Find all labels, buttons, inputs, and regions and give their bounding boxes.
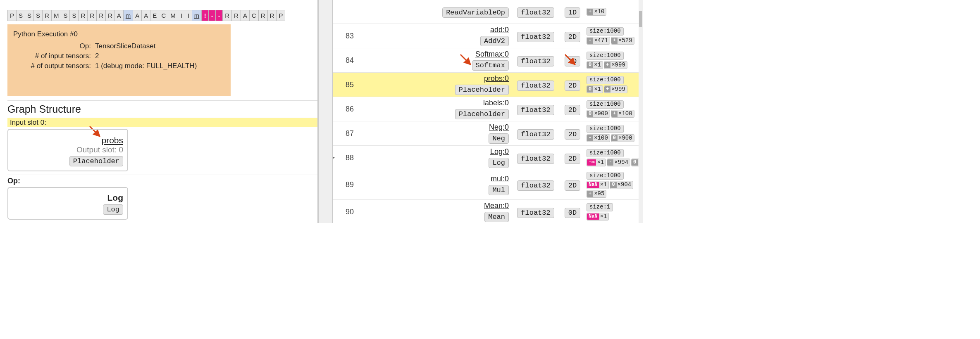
op-type-badge[interactable]: Log (489, 158, 509, 168)
op-type-badge[interactable]: Softmax (472, 60, 509, 71)
panel-divider[interactable] (318, 0, 333, 223)
breadcrumb-item[interactable]: ! (202, 10, 209, 21)
vertical-scrollbar[interactable] (639, 0, 643, 223)
count-chip: +×999 (604, 61, 627, 69)
input-slot-label: Input slot 0: (7, 118, 317, 127)
breadcrumb-item[interactable]: m (192, 10, 202, 21)
left-panel: PSSSRMSSRRRRAmAAECMIIm!--RRACRRP Python … (0, 0, 318, 223)
breadcrumb-item[interactable]: M (52, 10, 62, 21)
row-number: 89 (336, 180, 361, 189)
stats-column: size:1000-×471+×529 (587, 27, 639, 45)
dim-badge: 2D (565, 81, 580, 91)
dim-badge: 2D (565, 56, 580, 66)
count-chip: +×10 (587, 8, 606, 16)
breadcrumb-item[interactable]: M (168, 10, 178, 21)
count-chip: 0×900 (587, 110, 610, 118)
tensor-row[interactable]: 88Log:0Logfloat322Dsize:1000-∞×1-×9940×5 (333, 146, 639, 170)
probs-link[interactable]: probs (12, 135, 123, 145)
breadcrumb-item[interactable]: C (159, 10, 168, 21)
breadcrumb-item[interactable]: I (178, 10, 185, 21)
breadcrumb-item[interactable]: R (79, 10, 88, 21)
op-link[interactable]: Log:0 (362, 147, 509, 156)
count-chip: +×100 (611, 110, 634, 118)
row-number: 87 (336, 129, 361, 138)
breadcrumb-item[interactable]: S (25, 10, 34, 21)
breadcrumb-item[interactable]: R (268, 10, 277, 21)
op-column: Mean:0Mean (362, 202, 511, 222)
breadcrumb-item[interactable]: C (250, 10, 259, 21)
breadcrumb-item[interactable]: E (150, 10, 159, 21)
placeholder-badge[interactable]: Placeholder (69, 156, 123, 166)
op-type-badge[interactable]: Neg (489, 133, 509, 144)
tensor-row[interactable]: 83add:0AddV2float322Dsize:1000-×471+×529 (333, 24, 639, 48)
breadcrumb-item[interactable]: A (133, 10, 142, 21)
breadcrumb-item[interactable]: - (216, 10, 223, 21)
op-name: Log (12, 193, 123, 203)
breadcrumb-item[interactable]: R (43, 10, 52, 21)
input-node-card[interactable]: probs Output slot: 0 Placeholder (7, 129, 128, 171)
op-link[interactable]: Neg:0 (362, 123, 509, 132)
tensor-row[interactable]: 86labels:0Placeholderfloat322Dsize:10000… (333, 97, 639, 121)
graph-structure-heading: Graph Structure (7, 100, 317, 118)
count-chip: -×100 (587, 134, 610, 142)
breadcrumb-item[interactable]: R (223, 10, 232, 21)
breadcrumb-item[interactable]: R (106, 10, 115, 21)
breadcrumb-item[interactable]: S (61, 10, 70, 21)
breadcrumb-item[interactable]: S (34, 10, 43, 21)
row-number: 88 (336, 154, 361, 162)
breadcrumb-item[interactable]: R (97, 10, 106, 21)
breadcrumb-item[interactable]: A (115, 10, 124, 21)
op-link[interactable]: Mean:0 (362, 202, 509, 210)
log-badge[interactable]: Log (103, 204, 123, 215)
tensor-row[interactable]: 85probs:0Placeholderfloat322Dsize:10000×… (333, 73, 639, 97)
breadcrumb-item[interactable]: R (232, 10, 241, 21)
op-column: mul:0Mul (362, 175, 511, 195)
op-link[interactable]: add:0 (362, 26, 509, 34)
op-type-badge[interactable]: ReadVariableOp (442, 7, 509, 18)
output-slot-sub: Output slot: 0 (12, 145, 123, 154)
op-type-badge[interactable]: Mul (489, 185, 509, 195)
breadcrumb-item[interactable]: m (124, 10, 134, 21)
op-column: Log:0Log (362, 147, 511, 168)
scrollbar-thumb[interactable] (639, 11, 642, 27)
dim-badge: 2D (565, 154, 580, 164)
tensor-row[interactable]: 90Mean:0Meanfloat320Dsize:1NaN×1 (333, 200, 639, 223)
breadcrumb-item[interactable]: I (185, 10, 192, 21)
op-type-badge[interactable]: Placeholder (455, 109, 509, 119)
size-badge: size:1000 (587, 125, 624, 133)
op-type-badge[interactable]: AddV2 (480, 36, 509, 46)
stats-column: size:10000×1+×999 (587, 76, 639, 93)
breadcrumb-item[interactable]: R (88, 10, 97, 21)
breadcrumb: PSSSRMSSRRRRAmAAECMIIm!--RRACRRP (7, 10, 285, 21)
op-link[interactable]: labels:0 (362, 99, 509, 107)
info-label: Op: (14, 42, 93, 51)
breadcrumb-item[interactable]: - (209, 10, 216, 21)
dtype-badge: float32 (517, 81, 554, 91)
info-label: # of input tensors: (14, 52, 93, 61)
op-type-badge[interactable]: Placeholder (455, 85, 509, 95)
dtype-badge: float32 (517, 105, 554, 115)
breadcrumb-item[interactable]: S (17, 10, 25, 21)
op-link[interactable]: Softmax:0 (362, 50, 509, 59)
count-chip: +×95 (587, 190, 606, 198)
breadcrumb-item[interactable]: P (277, 10, 285, 21)
op-link[interactable]: mul:0 (362, 175, 509, 183)
execution-info-card: Python Execution #0 Op: TensorSliceDatas… (7, 24, 231, 96)
dtype-badge: float32 (517, 180, 554, 191)
stats-column: +×10 (587, 8, 639, 16)
execution-info-table: Op: TensorSliceDataset # of input tensor… (13, 41, 199, 71)
op-link[interactable]: probs:0 (362, 74, 509, 83)
breadcrumb-item[interactable]: A (241, 10, 250, 21)
tensor-row[interactable]: 84Softmax:0Softmaxfloat322Dsize:10000×1+… (333, 48, 639, 73)
info-value: 1 (debug mode: FULL_HEALTH) (93, 62, 198, 71)
breadcrumb-item[interactable]: P (8, 10, 17, 21)
count-chip: 0×5 (631, 159, 639, 166)
tensor-row[interactable]: 89mul:0Mulfloat322Dsize:1000NaN×10×904+×… (333, 170, 639, 200)
tensor-row[interactable]: ReadVariableOpfloat321D+×10 (333, 0, 639, 24)
tensor-row[interactable]: 87Neg:0Negfloat322Dsize:1000-×1000×900 (333, 121, 639, 146)
breadcrumb-item[interactable]: S (70, 10, 79, 21)
breadcrumb-item[interactable]: R (259, 10, 268, 21)
op-type-badge[interactable]: Mean (484, 212, 509, 222)
breadcrumb-item[interactable]: A (142, 10, 150, 21)
op-column: probs:0Placeholder (362, 74, 511, 95)
